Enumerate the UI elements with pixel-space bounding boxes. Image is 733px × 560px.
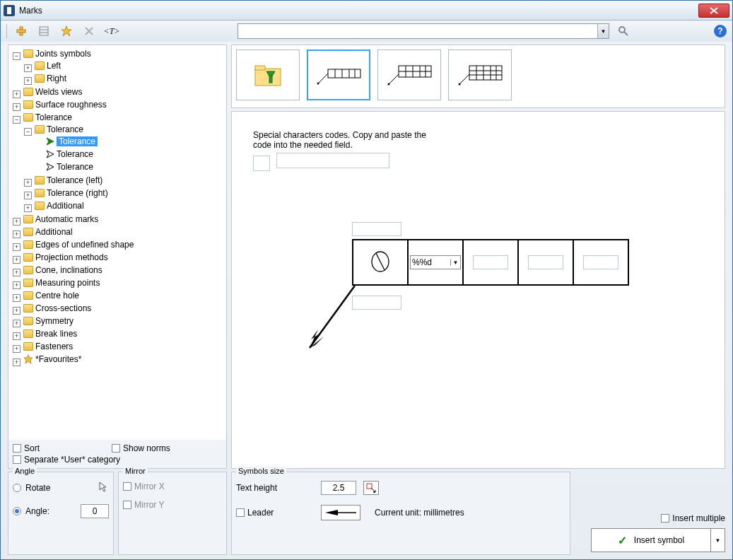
- tree-toggle[interactable]: +: [13, 358, 20, 366]
- insert-symbol-dropdown[interactable]: ▼: [711, 528, 725, 552]
- angle-radio[interactable]: [13, 507, 21, 515]
- hint-code-box[interactable]: [253, 156, 270, 171]
- tree-node[interactable]: Centre hole: [22, 291, 81, 301]
- tree-node[interactable]: Symmetry: [22, 316, 75, 326]
- folder-icon: [35, 176, 45, 185]
- thumb-tolerance-1[interactable]: [307, 49, 370, 100]
- datum2-input[interactable]: [528, 255, 563, 269]
- tree-node[interactable]: Tolerance: [45, 149, 95, 159]
- chevron-down-icon[interactable]: ▼: [450, 259, 460, 266]
- tree-node[interactable]: Cross-sections: [22, 303, 93, 313]
- insert-symbol-button[interactable]: ✓ Insert symbol: [591, 528, 711, 552]
- folder-icon: [35, 125, 45, 134]
- pick-height-button[interactable]: [363, 481, 379, 495]
- tree-node[interactable]: Right: [33, 74, 68, 83]
- cell-value[interactable]: %%d ▼: [408, 240, 463, 285]
- tree-toggle[interactable]: −: [24, 128, 32, 136]
- tree-node[interactable]: Edges of undefined shape: [22, 240, 135, 250]
- tree-toggle[interactable]: +: [24, 77, 32, 85]
- datum1-input[interactable]: [473, 255, 508, 269]
- tree-node[interactable]: Automatic marks: [22, 214, 100, 224]
- tree-node[interactable]: Additional: [22, 227, 74, 237]
- tree-node[interactable]: Tolerance: [33, 124, 85, 134]
- tree[interactable]: −Joints symbols+Left+Right+Welds views+S…: [8, 45, 226, 440]
- tree-toggle[interactable]: +: [13, 281, 20, 289]
- tree-node[interactable]: Tolerance (left): [33, 175, 104, 185]
- mirror-x-checkbox[interactable]: Mirror X: [123, 481, 222, 492]
- tree-node[interactable]: Surface roughness: [22, 100, 108, 110]
- cell-datum3[interactable]: [573, 240, 628, 285]
- text-tool-button[interactable]: <T>: [103, 23, 120, 40]
- tree-node[interactable]: Tolerance: [45, 162, 95, 172]
- svg-marker-11: [24, 355, 33, 363]
- tree-node[interactable]: Cone, inclinations: [22, 265, 104, 275]
- tree-node[interactable]: Projection methods: [22, 252, 110, 262]
- tree-toggle[interactable]: +: [13, 332, 20, 340]
- tree-node[interactable]: Additional: [33, 201, 86, 211]
- thumb-tolerance-2[interactable]: [377, 49, 441, 100]
- search-button[interactable]: [615, 23, 632, 40]
- tree-toggle[interactable]: +: [13, 218, 20, 226]
- tree-toggle[interactable]: +: [13, 91, 20, 98]
- tree-toggle[interactable]: +: [24, 192, 32, 199]
- tree-toggle[interactable]: +: [13, 345, 20, 353]
- mirror-y-checkbox[interactable]: Mirror Y: [123, 499, 222, 511]
- insert-multiple-checkbox[interactable]: Insert multiple: [661, 513, 725, 524]
- tree-node[interactable]: Tolerance: [22, 112, 74, 122]
- tree-toggle[interactable]: +: [13, 294, 20, 302]
- close-button[interactable]: [698, 4, 729, 18]
- rotate-radio[interactable]: [13, 484, 21, 492]
- cell-datum2[interactable]: [518, 240, 573, 285]
- delete-button[interactable]: [81, 23, 98, 40]
- tree-toggle[interactable]: +: [13, 243, 20, 251]
- angle-input[interactable]: [81, 504, 109, 518]
- search-combo[interactable]: ▼: [238, 23, 609, 39]
- separate-user-checkbox[interactable]: Separate *User* category: [13, 454, 222, 465]
- datum3-input[interactable]: [583, 255, 618, 269]
- thumb-tolerance-3[interactable]: [448, 49, 512, 100]
- value-dropdown[interactable]: %%d ▼: [410, 255, 461, 269]
- sort-checkbox[interactable]: Sort: [13, 443, 112, 454]
- text-height-input[interactable]: [321, 481, 356, 495]
- tree-toggle[interactable]: +: [24, 204, 32, 212]
- tree-toggle[interactable]: +: [13, 256, 20, 264]
- tree-label: Measuring points: [35, 278, 100, 288]
- tree-node[interactable]: Measuring points: [22, 278, 101, 288]
- tree-node[interactable]: Tolerance: [45, 136, 99, 146]
- leader-style-button[interactable]: [321, 505, 360, 520]
- folder-icon: [23, 88, 33, 96]
- tree-toggle[interactable]: +: [13, 307, 20, 315]
- tree-node[interactable]: Break lines: [22, 329, 78, 339]
- help-button[interactable]: ?: [714, 25, 727, 37]
- tree-toggle[interactable]: +: [24, 64, 32, 72]
- svg-rect-15: [269, 76, 272, 83]
- top-input[interactable]: [352, 222, 401, 236]
- tree-toggle[interactable]: +: [24, 179, 32, 187]
- tree-node[interactable]: Tolerance (right): [33, 188, 110, 198]
- tree-toggle[interactable]: +: [13, 269, 20, 276]
- tree-toggle[interactable]: +: [13, 103, 20, 111]
- tree-label: Joints symbols: [35, 49, 91, 59]
- tree-node[interactable]: Joints symbols: [22, 49, 93, 59]
- arrow-icon: [46, 150, 54, 158]
- show-norms-checkbox[interactable]: Show norms: [112, 443, 170, 454]
- tree-node[interactable]: Welds views: [22, 87, 83, 97]
- tree-node[interactable]: Fasteners: [22, 342, 74, 351]
- tree-toggle[interactable]: +: [13, 320, 20, 327]
- thumb-folder[interactable]: [236, 49, 300, 100]
- tree-node[interactable]: Left: [33, 61, 62, 71]
- tree-toggle[interactable]: −: [13, 116, 20, 124]
- tree-node[interactable]: *Favourites*: [22, 354, 83, 364]
- tree-toggle[interactable]: −: [13, 52, 20, 60]
- tree-label: Projection methods: [35, 252, 108, 262]
- leader-checkbox[interactable]: Leader: [236, 507, 314, 518]
- favourite-button[interactable]: [58, 23, 75, 40]
- details-button[interactable]: [35, 23, 52, 40]
- cell-datum1[interactable]: [463, 240, 518, 285]
- chevron-down-icon[interactable]: ▼: [597, 24, 609, 38]
- add-button[interactable]: [13, 23, 30, 40]
- hint-input[interactable]: [276, 153, 389, 168]
- tree-toggle[interactable]: +: [13, 231, 20, 238]
- cell-symbol[interactable]: [353, 240, 408, 285]
- angle-label: Angle:: [25, 506, 49, 516]
